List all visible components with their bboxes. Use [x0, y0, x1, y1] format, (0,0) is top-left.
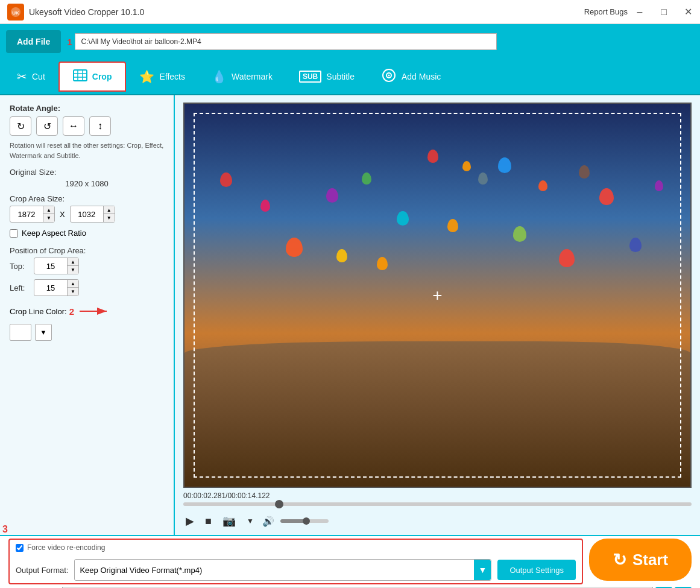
app-logo: UK	[7, 4, 24, 21]
tab-watermark[interactable]: 💧 Watermark	[198, 62, 286, 92]
play-button[interactable]: ▶	[183, 513, 197, 529]
top-input-group: 15 ▲ ▼	[34, 258, 79, 274]
left-input-group: 15 ▲ ▼	[34, 279, 79, 296]
tab-cut[interactable]: ✂ Cut	[4, 62, 58, 92]
tab-bar: ✂ Cut Crop ⭐ Effects 💧 Watermark SUB Sub…	[0, 59, 700, 95]
tab-subtitle[interactable]: SUB Subtitle	[286, 62, 368, 92]
crosshair: +	[432, 286, 442, 305]
num-badge-3: 3	[2, 524, 8, 535]
bottom-bar: Force video re-encoding Output Format: K…	[0, 535, 700, 588]
output-format-label: Output Format:	[16, 566, 68, 575]
original-size-value: 1920 x 1080	[10, 179, 164, 188]
video-container: +	[183, 103, 692, 488]
left-pos-row: Left: 15 ▲ ▼	[10, 279, 164, 296]
output-settings-button[interactable]: Output Settings	[497, 560, 576, 580]
volume-thumb	[303, 517, 310, 525]
maximize-button[interactable]: □	[652, 0, 676, 24]
player-controls: ▶ ■ 📷 ▼ 🔊	[183, 511, 692, 531]
keep-aspect-checkbox[interactable]	[10, 229, 18, 238]
cut-icon: ✂	[17, 69, 27, 84]
tab-add-music-label: Add Music	[402, 72, 441, 81]
seek-thumb[interactable]	[275, 500, 283, 508]
title-bar: UK Ukeysoft Video Cropper 10.1.0 Report …	[0, 0, 700, 24]
flip-vertical-button[interactable]: ↕	[89, 116, 111, 136]
position-label: Position of Crop Area:	[10, 246, 164, 255]
start-label: Start	[632, 551, 668, 569]
color-dropdown-button[interactable]: ▼	[35, 324, 52, 341]
right-panel: + 00:00:02.281/00:00:14.122 ▶ ■ 📷 ▼ 🔊	[175, 95, 700, 535]
force-encode-checkbox[interactable]	[16, 544, 24, 552]
num-badge-1: 1	[67, 37, 72, 47]
bottom-format-section: Force video re-encoding Output Format: K…	[8, 539, 583, 584]
top-label: Top:	[10, 262, 34, 271]
left-down[interactable]: ▼	[68, 288, 78, 296]
svg-text:UK: UK	[12, 10, 19, 16]
tab-watermark-label: Watermark	[232, 72, 273, 81]
left-up[interactable]: ▲	[68, 280, 78, 288]
window-controls: – □ ✕	[628, 0, 700, 24]
start-icon: ↻	[613, 550, 626, 570]
minimize-button[interactable]: –	[628, 0, 652, 24]
tab-effects[interactable]: ⭐ Effects	[126, 62, 198, 92]
left-input[interactable]: 15	[34, 283, 67, 292]
report-bugs-link[interactable]: Report Bugs	[584, 7, 628, 16]
tab-cut-label: Cut	[32, 72, 45, 81]
top-up[interactable]: ▲	[68, 258, 78, 266]
color-section: Crop Line Color: 2 ▼	[10, 302, 164, 341]
crop-line-color-label: Crop Line Color:	[10, 307, 67, 316]
rotate-buttons: ↻ ↺ ↔ ↕	[10, 116, 164, 136]
color-row: ▼	[10, 324, 164, 341]
output-format-select[interactable]: Keep Original Video Format(*.mp4)	[75, 560, 476, 580]
crop-height-up[interactable]: ▲	[104, 206, 115, 214]
format-select-group: Keep Original Video Format(*.mp4) ▼	[74, 559, 491, 581]
volume-slider[interactable]	[280, 519, 329, 523]
subtitle-icon: SUB	[299, 71, 321, 83]
force-encode-row: Force video re-encoding	[16, 543, 576, 552]
tab-crop[interactable]: Crop	[58, 62, 127, 92]
file-path-display: C:\All My Video\hot air balloon-2.MP4	[75, 33, 497, 50]
crop-area-size-label: Crop Area Size:	[10, 194, 164, 203]
add-file-button[interactable]: Add File	[6, 30, 61, 53]
crop-height-input[interactable]: 1032	[71, 210, 103, 219]
left-label: Left:	[10, 283, 34, 292]
format-dropdown-button[interactable]: ▼	[474, 560, 491, 580]
start-button[interactable]: ↻ Start	[589, 539, 692, 581]
crop-width-down[interactable]: ▼	[43, 214, 54, 222]
crop-width-input[interactable]: 1872	[10, 210, 43, 219]
crop-height-input-group: 1032 ▲ ▼	[70, 206, 115, 223]
screenshot-dropdown[interactable]: ▼	[244, 516, 256, 526]
tab-effects-label: Effects	[159, 72, 185, 81]
num-badge-2: 2	[69, 306, 74, 317]
stop-button[interactable]: ■	[203, 514, 214, 529]
seek-bar[interactable]	[183, 502, 692, 506]
crop-size-row: 1872 ▲ ▼ X 1032 ▲ ▼	[10, 206, 164, 223]
main-content: Rotate Angle: ↻ ↺ ↔ ↕ Rotation will rese…	[0, 95, 700, 535]
left-panel: Rotate Angle: ↻ ↺ ↔ ↕ Rotation will rese…	[0, 95, 175, 535]
effects-icon: ⭐	[139, 69, 154, 84]
svg-point-9	[388, 74, 390, 76]
svg-rect-2	[74, 70, 87, 81]
close-button[interactable]: ✕	[676, 0, 700, 24]
top-down[interactable]: ▼	[68, 266, 78, 274]
rotate-counter-button[interactable]: ↺	[36, 116, 58, 136]
top-pos-row: Top: 15 ▲ ▼	[10, 258, 164, 274]
crop-icon	[73, 69, 87, 84]
app-title: Ukeysoft Video Cropper 10.1.0	[29, 7, 144, 17]
force-encode-label: Force video re-encoding	[27, 543, 105, 552]
crop-width-up[interactable]: ▲	[43, 206, 54, 214]
crop-height-down[interactable]: ▼	[104, 214, 115, 222]
rotate-clockwise-button[interactable]: ↻	[10, 116, 31, 136]
watermark-icon: 💧	[212, 69, 227, 84]
screenshot-button[interactable]: 📷	[220, 513, 238, 529]
flip-horizontal-button[interactable]: ↔	[63, 116, 84, 136]
video-background: +	[184, 104, 690, 487]
position-section: Top: 15 ▲ ▼ Left: 15 ▲ ▼	[10, 258, 164, 296]
tab-add-music[interactable]: Add Music	[368, 62, 454, 92]
color-swatch[interactable]	[10, 324, 31, 341]
output-format-row: Output Format: Keep Original Video Forma…	[16, 559, 576, 581]
rotation-note: Rotation will reset all the other settin…	[10, 141, 164, 160]
volume-icon: 🔊	[262, 516, 274, 527]
crop-width-input-group: 1872 ▲ ▼	[10, 206, 55, 223]
top-input[interactable]: 15	[34, 262, 67, 271]
tab-subtitle-label: Subtitle	[326, 72, 355, 81]
